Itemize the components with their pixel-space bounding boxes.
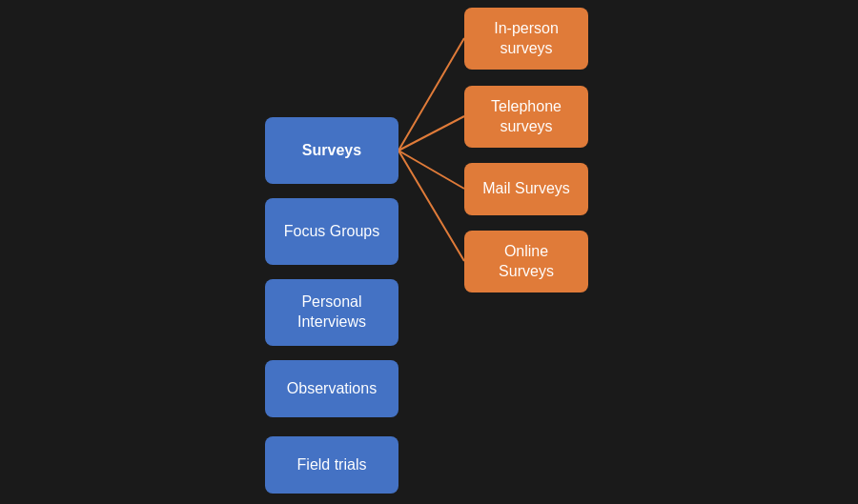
diagram-container: Surveys Focus Groups Personal Interviews…	[0, 0, 858, 504]
mail-label: Mail Surveys	[482, 179, 570, 199]
in-person-box: In-person surveys	[464, 8, 588, 70]
online-box: Online Surveys	[464, 231, 588, 292]
observations-box: Observations	[265, 360, 398, 417]
telephone-box: Telephone surveys	[464, 86, 588, 148]
svg-line-0	[398, 38, 464, 151]
svg-line-3	[398, 151, 464, 261]
focus-groups-box: Focus Groups	[265, 198, 398, 265]
online-label: Online Surveys	[476, 242, 577, 282]
svg-line-2	[398, 151, 464, 189]
personal-interviews-label: Personal Interviews	[276, 292, 387, 333]
field-trials-box: Field trials	[265, 436, 398, 494]
focus-groups-label: Focus Groups	[284, 222, 379, 242]
surveys-label: Surveys	[302, 141, 361, 161]
observations-label: Observations	[287, 379, 377, 399]
surveys-box: Surveys	[265, 117, 398, 184]
mail-box: Mail Surveys	[464, 163, 588, 215]
personal-interviews-box: Personal Interviews	[265, 279, 398, 346]
svg-line-1	[398, 116, 464, 151]
in-person-label: In-person surveys	[476, 19, 577, 59]
field-trials-label: Field trials	[297, 455, 367, 475]
connector-lines	[0, 0, 858, 504]
telephone-label: Telephone surveys	[476, 97, 577, 137]
